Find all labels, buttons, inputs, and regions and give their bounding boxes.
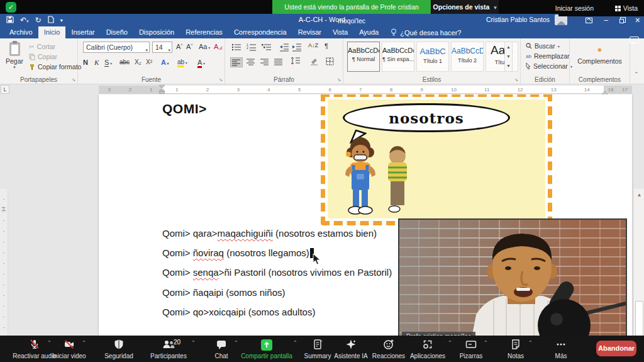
bullet-list-button[interactable] — [231, 43, 243, 53]
strikethrough-button[interactable]: abc — [119, 59, 130, 65]
justify-button[interactable] — [273, 57, 284, 67]
group-addins: ● Complementos Complementos — [570, 38, 630, 84]
pilcrow-button[interactable]: ¶ — [325, 42, 336, 52]
doc-line[interactable]: Qomi> ñoviraq (nosotros llegamos) — [162, 243, 392, 263]
subscript-button[interactable]: X₂ — [135, 59, 142, 65]
scrollbar-thumb[interactable] — [635, 301, 643, 336]
paste-button[interactable]: Pegar ▾ — [4, 41, 25, 74]
shield-icon — [91, 339, 147, 350]
participants-count: 20 — [174, 339, 180, 346]
more-button[interactable]: Más — [533, 337, 589, 361]
sign-in-link[interactable]: Iniciar sesión — [555, 4, 594, 12]
tab-ayuda[interactable]: Ayuda — [353, 26, 384, 38]
multilevel-list-button[interactable] — [262, 43, 273, 53]
italic-button[interactable]: K — [94, 59, 99, 66]
align-center-button[interactable] — [245, 57, 257, 67]
ruler-number: 8 — [390, 87, 392, 93]
dialog-launcher-icon[interactable]: ⇘ — [337, 77, 341, 82]
restore-button[interactable] — [619, 19, 624, 23]
sort-button[interactable]: A↓Z — [308, 42, 319, 52]
borders-button[interactable] — [326, 57, 337, 67]
format-painter-button[interactable]: Copiar formato — [29, 63, 81, 71]
align-left-button[interactable] — [230, 57, 243, 67]
change-case-button[interactable]: Aa ▾ — [199, 43, 210, 50]
style-title[interactable]: AaBTítulo — [486, 42, 518, 72]
scroll-up-icon[interactable]: ▲ — [635, 190, 644, 200]
font-color-button[interactable]: A ▾ — [197, 59, 205, 66]
tab-archivo[interactable]: Archivo — [4, 26, 38, 38]
style-heading1[interactable]: AaBbCTítulo 1 — [416, 42, 449, 72]
group-editing: Buscar▾ abReemplazar Seleccionar▾ Edició… — [521, 38, 570, 84]
view-mode-button[interactable]: Vista — [615, 4, 638, 12]
bold-button[interactable]: N — [83, 59, 88, 66]
collapse-ribbon-icon[interactable]: ⌃ — [634, 71, 639, 77]
speech-bubble: nosotros — [343, 103, 510, 132]
clipart-background: nosotros — [328, 99, 545, 218]
vertical-scrollbar[interactable]: ▲ ▼ — [633, 189, 644, 336]
copy-button[interactable]: Copiar — [29, 53, 57, 60]
ribbon-display-options-button[interactable] — [586, 18, 592, 23]
meeting-info-shield-icon[interactable]: ✓ — [6, 2, 16, 13]
account-name[interactable]: Cristian Pablo Santos — [486, 16, 550, 23]
tab-insertar[interactable]: Insertar — [65, 26, 100, 38]
align-right-button[interactable] — [259, 57, 270, 67]
tab-selector[interactable]: L — [1, 85, 9, 94]
tab-referencias[interactable]: Referencias — [180, 26, 228, 38]
vertical-ruler[interactable]: 14 25 — [0, 189, 8, 336]
tell-me-search[interactable]: ¿Qué desea hacer? — [384, 26, 467, 38]
ruler-number: 14 — [584, 87, 590, 93]
doc-line[interactable]: Qomi> qara>maqachiguiñi (nosotros estamo… — [162, 223, 392, 243]
tab-inicio[interactable]: Inicio — [38, 26, 66, 38]
doc-line[interactable]: Qomi> qo>xoicqaipi (somos adultos) — [162, 302, 392, 322]
cut-button[interactable]: ✂Cortar — [29, 43, 55, 50]
dialog-launcher-icon[interactable]: ⇘ — [219, 77, 223, 82]
underline-button[interactable]: S ▾ — [104, 59, 112, 66]
document-text[interactable]: Qomi> qara>maqachiguiñi (nosotros estamo… — [162, 223, 392, 322]
style-no-spacing[interactable]: AaBbCcDc¶ Sin espa... — [382, 42, 414, 72]
replace-button[interactable]: abReemplazar — [526, 52, 570, 60]
tab-vista[interactable]: Vista — [327, 26, 353, 38]
numbered-list-button[interactable]: 12 — [247, 43, 258, 53]
styles-gallery-scroll[interactable]: ▲▼▼ — [504, 42, 513, 72]
children-clipart — [333, 135, 440, 225]
webcam-video[interactable]: Profe cristian moqoi'lec — [398, 218, 627, 336]
leave-meeting-button[interactable]: Abandonar — [596, 341, 636, 356]
search-icon — [526, 43, 532, 49]
style-heading2[interactable]: AaBbCcDTítulo 2 — [451, 42, 484, 72]
tab-revisar[interactable]: Revisar — [292, 26, 327, 38]
horizontal-ruler[interactable]: 3 2 1 1 2 3 4 5 6 7 8 9 10 11 12 13 14 — [99, 86, 632, 93]
shading-button[interactable] — [309, 57, 321, 67]
clear-formatting-button[interactable]: A◢ — [214, 43, 223, 50]
ruler-number: 1 — [150, 87, 152, 93]
tab-disposicion[interactable]: Disposición — [133, 26, 180, 38]
increase-indent-button[interactable] — [292, 43, 303, 53]
style-normal[interactable]: AaBbCcDc¶ Normal — [347, 42, 380, 72]
clipart-image[interactable]: nosotros — [321, 94, 552, 225]
ruler-number: 6 — [328, 87, 331, 93]
comments-icon[interactable] — [630, 37, 639, 43]
superscript-button[interactable]: X² — [146, 59, 152, 65]
font-family-select[interactable]: Calibri (Cuerpo)▾ — [83, 42, 150, 53]
select-button[interactable]: Seleccionar▾ — [526, 62, 572, 70]
doc-line[interactable]: Qomi> ñaqaipi (somos niños) — [162, 283, 392, 302]
find-button[interactable]: Buscar▾ — [526, 42, 560, 50]
view-options-button[interactable]: Opciones de vista▼ — [432, 0, 499, 14]
chevron-down-icon: ▾ — [4, 65, 25, 70]
font-size-select[interactable]: 14▾ — [152, 42, 172, 53]
ruler-bar: L 3 2 1 1 2 3 4 5 6 7 8 9 10 11 12 13 — [0, 84, 644, 94]
shrink-font-button[interactable]: A˅ — [186, 43, 193, 50]
text-effects-button[interactable]: A ▾ — [161, 59, 169, 66]
tab-correspondencia[interactable]: Correspondencia — [228, 26, 292, 38]
tab-diseno[interactable]: Diseño — [101, 26, 133, 38]
decrease-indent-button[interactable] — [279, 43, 291, 53]
grow-font-button[interactable]: A˄ — [176, 43, 183, 50]
dialog-launcher-icon[interactable]: ⇘ — [514, 77, 518, 82]
chevron-up-icon[interactable]: ⌃ — [528, 340, 533, 346]
doc-line[interactable]: Qomi> senqa>ñi Pastoril (nosotros vivimo… — [162, 263, 392, 282]
addins-button[interactable]: Complementos — [570, 57, 630, 65]
line-spacing-button[interactable] — [291, 57, 302, 67]
lightbulb-icon — [391, 28, 397, 37]
highlight-color-button[interactable]: ab ▾ — [177, 59, 187, 65]
chevron-up-icon[interactable]: ⌃ — [82, 340, 86, 346]
dialog-launcher-icon[interactable]: ⇘ — [72, 77, 75, 82]
